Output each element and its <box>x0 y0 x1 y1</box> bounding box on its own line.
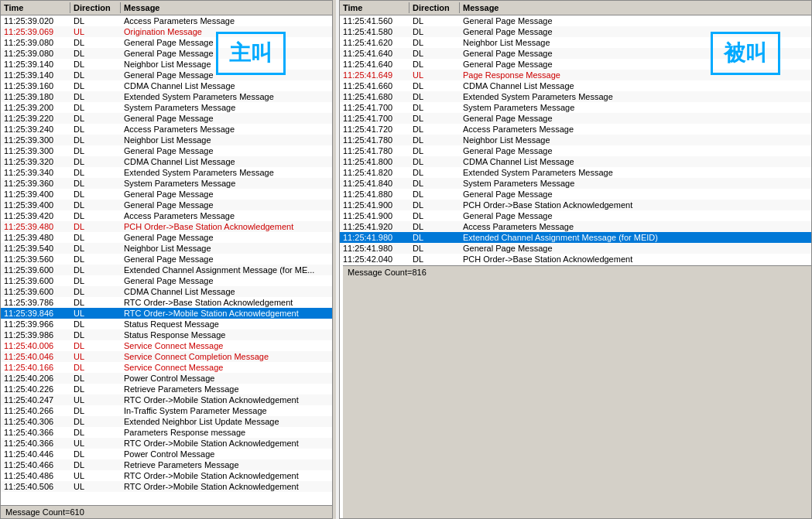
cell-direction: DL <box>409 124 460 135</box>
table-row[interactable]: 11:25:41.800 DL CDMA Channel List Messag… <box>340 156 811 167</box>
cell-direction: DL <box>409 243 460 254</box>
cell-time: 11:25:39.080 <box>1 37 70 48</box>
table-row[interactable]: 11:25:40.266 DL In-Traffic System Parame… <box>1 405 332 416</box>
table-row[interactable]: 11:25:41.580 DL General Page Message <box>340 26 811 37</box>
table-row[interactable]: 11:25:39.786 DL RTC Order->Base Station … <box>1 297 332 308</box>
table-row[interactable]: 11:25:39.300 DL Neighbor List Message <box>1 135 332 145</box>
table-row[interactable]: 11:25:39.020 DL Access Parameters Messag… <box>1 15 332 26</box>
table-row[interactable]: 11:25:41.640 DL General Page Message <box>340 48 811 59</box>
table-row[interactable]: 11:25:39.220 DL General Page Message <box>1 113 332 124</box>
table-row[interactable]: 11:25:39.320 DL CDMA Channel List Messag… <box>1 156 332 167</box>
table-row[interactable]: 11:25:39.080 DL General Page Message <box>1 48 332 59</box>
cell-message: Service Connect Message <box>121 362 332 373</box>
table-row[interactable]: 11:25:40.247 UL RTC Order->Mobile Statio… <box>1 394 332 405</box>
table-row[interactable]: 11:25:41.780 DL General Page Message <box>340 145 811 156</box>
cell-time: 11:25:39.986 <box>1 329 70 340</box>
table-row[interactable]: 11:25:41.840 DL System Parameters Messag… <box>340 178 811 189</box>
table-row[interactable]: 11:25:41.900 DL PCH Order->Base Station … <box>340 200 811 210</box>
cell-message: Extended Channel Assignment Message (for… <box>121 265 332 275</box>
cell-direction: DL <box>70 384 121 394</box>
cell-time: 11:25:40.247 <box>1 394 70 405</box>
table-row[interactable]: 11:25:39.480 DL PCH Order->Base Station … <box>1 221 332 232</box>
table-row[interactable]: 11:25:40.486 UL RTC Order->Mobile Statio… <box>1 470 332 481</box>
table-row[interactable]: 11:25:40.366 DL Parameters Response mess… <box>1 427 332 438</box>
cell-time: 11:25:40.206 <box>1 373 70 384</box>
cell-direction: DL <box>409 254 460 265</box>
table-row[interactable]: 11:25:41.780 DL Neighbor List Message <box>340 135 811 145</box>
table-row[interactable]: 11:25:39.240 DL Access Parameters Messag… <box>1 124 332 135</box>
table-row[interactable]: 11:25:41.980 DL Extended Channel Assignm… <box>340 232 811 243</box>
cell-message: General Page Message <box>121 189 332 200</box>
cell-message: Status Request Message <box>121 319 332 329</box>
table-row[interactable]: 11:25:41.720 DL Access Parameters Messag… <box>340 124 811 135</box>
cell-direction: DL <box>409 210 460 221</box>
table-row[interactable]: 11:25:39.600 DL General Page Message <box>1 275 332 286</box>
table-row[interactable]: 11:25:40.366 UL RTC Order->Mobile Statio… <box>1 438 332 449</box>
cell-time: 11:25:41.620 <box>340 37 409 48</box>
cell-message: General Page Message <box>121 275 332 286</box>
table-row[interactable]: 11:25:39.846 UL RTC Order->Mobile Statio… <box>1 308 332 319</box>
table-row[interactable]: 11:25:41.820 DL Extended System Paramete… <box>340 167 811 178</box>
table-row[interactable]: 11:25:39.080 DL General Page Message <box>1 37 332 48</box>
cell-message: General Page Message <box>460 48 811 59</box>
table-row[interactable]: 11:25:39.986 DL Status Response Message <box>1 329 332 340</box>
cell-direction: DL <box>70 91 121 102</box>
cell-message: General Page Message <box>121 37 332 48</box>
table-row[interactable]: 11:25:40.006 DL Service Connect Message <box>1 340 332 351</box>
cell-message: PCH Order->Base Station Acknowledgement <box>460 254 811 265</box>
table-row[interactable]: 11:25:39.140 DL Neighbor List Message <box>1 59 332 70</box>
table-row[interactable]: 11:25:40.166 DL Service Connect Message <box>1 362 332 373</box>
table-row[interactable]: 11:25:39.400 DL General Page Message <box>1 200 332 210</box>
table-row[interactable]: 11:25:39.420 DL Access Parameters Messag… <box>1 210 332 221</box>
table-row[interactable]: 11:25:41.680 DL Extended System Paramete… <box>340 91 811 102</box>
table-row[interactable]: 11:25:40.226 DL Retrieve Parameters Mess… <box>1 384 332 394</box>
cell-time: 11:25:40.226 <box>1 384 70 394</box>
table-row[interactable]: 11:25:39.160 DL CDMA Channel List Messag… <box>1 80 332 91</box>
left-table-body[interactable]: 11:25:39.020 DL Access Parameters Messag… <box>1 15 332 505</box>
table-row[interactable]: 11:25:39.966 DL Status Request Message <box>1 319 332 329</box>
right-table-body[interactable]: 11:25:41.560 DL General Page Message 11:… <box>340 15 811 265</box>
cell-message: System Parameters Message <box>121 178 332 189</box>
cell-time: 11:25:41.900 <box>340 200 409 210</box>
table-row[interactable]: 11:25:40.046 UL Service Connect Completi… <box>1 351 332 362</box>
table-row[interactable]: 11:25:39.400 DL General Page Message <box>1 189 332 200</box>
table-row[interactable]: 11:25:39.140 DL General Page Message <box>1 70 332 80</box>
cell-message: CDMA Channel List Message <box>121 286 332 297</box>
table-row[interactable]: 11:25:39.360 DL System Parameters Messag… <box>1 178 332 189</box>
table-row[interactable]: 11:25:41.560 DL General Page Message <box>340 15 811 26</box>
table-row[interactable]: 11:25:39.200 DL System Parameters Messag… <box>1 102 332 113</box>
table-row[interactable]: 11:25:41.980 DL General Page Message <box>340 243 811 254</box>
table-row[interactable]: 11:25:40.306 DL Extended Neighbor List U… <box>1 416 332 427</box>
table-row[interactable]: 11:25:39.540 DL Neighbor List Message <box>1 243 332 254</box>
table-row[interactable]: 11:25:41.920 DL Access Parameters Messag… <box>340 221 811 232</box>
table-row[interactable]: 11:25:39.560 DL General Page Message <box>1 254 332 265</box>
cell-time: 11:25:40.506 <box>1 481 70 492</box>
table-row[interactable]: 11:25:40.206 DL Power Control Message <box>1 373 332 384</box>
table-row[interactable]: 11:25:39.300 DL General Page Message <box>1 145 332 156</box>
table-row[interactable]: 11:25:39.600 DL Extended Channel Assignm… <box>1 265 332 275</box>
cell-message: Service Connect Message <box>121 340 332 351</box>
cell-time: 11:25:39.180 <box>1 91 70 102</box>
cell-message: RTC Order->Mobile Station Acknowledgemen… <box>121 438 332 449</box>
table-row[interactable]: 11:25:40.506 UL RTC Order->Mobile Statio… <box>1 481 332 492</box>
table-row[interactable]: 11:25:39.600 DL CDMA Channel List Messag… <box>1 286 332 297</box>
table-row[interactable]: 11:25:41.660 DL CDMA Channel List Messag… <box>340 80 811 91</box>
table-row[interactable]: 11:25:41.700 DL General Page Message <box>340 113 811 124</box>
table-row[interactable]: 11:25:41.900 DL General Page Message <box>340 210 811 221</box>
cell-message: Power Control Message <box>121 449 332 459</box>
table-row[interactable]: 11:25:41.640 DL General Page Message <box>340 59 811 70</box>
table-row[interactable]: 11:25:40.446 DL Power Control Message <box>1 449 332 459</box>
table-row[interactable]: 11:25:42.040 DL PCH Order->Base Station … <box>340 254 811 265</box>
cell-time: 11:25:39.600 <box>1 265 70 275</box>
table-row[interactable]: 11:25:39.180 DL Extended System Paramete… <box>1 91 332 102</box>
table-row[interactable]: 11:25:41.700 DL System Parameters Messag… <box>340 102 811 113</box>
table-row[interactable]: 11:25:41.880 DL General Page Message <box>340 189 811 200</box>
table-row[interactable]: 11:25:40.466 DL Retrieve Parameters Mess… <box>1 459 332 470</box>
table-row[interactable]: 11:25:39.480 DL General Page Message <box>1 232 332 243</box>
table-row[interactable]: 11:25:41.649 UL Page Response Message <box>340 70 811 80</box>
table-row[interactable]: 11:25:39.069 UL Origination Message <box>1 26 332 37</box>
table-row[interactable]: 11:25:41.620 DL Neighbor List Message <box>340 37 811 48</box>
table-row[interactable]: 11:25:39.340 DL Extended System Paramete… <box>1 167 332 178</box>
cell-direction: DL <box>409 189 460 200</box>
panel-divider[interactable] <box>333 0 336 519</box>
